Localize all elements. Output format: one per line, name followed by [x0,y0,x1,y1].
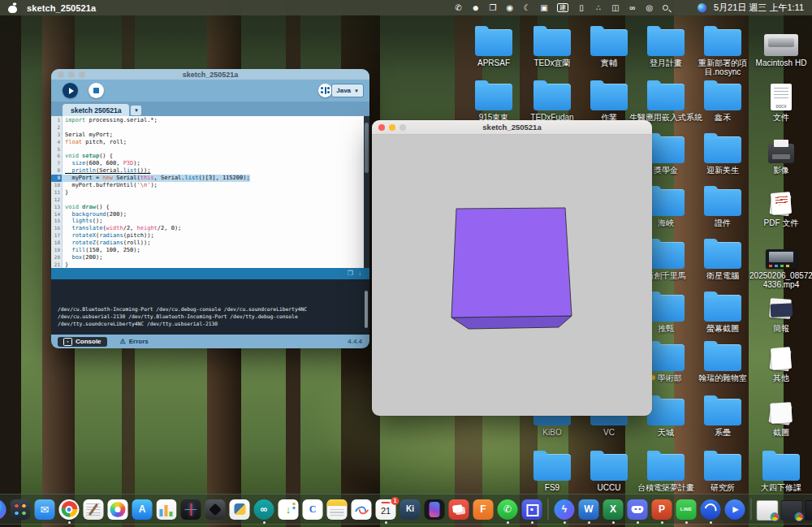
display-icon[interactable]: ◫ [611,4,620,12]
code-line[interactable]: 11} [51,189,364,197]
handoff-icon[interactable]: ∞ [628,4,637,12]
ide-titlebar[interactable]: sketch_250521a [51,69,369,80]
console-scrollbar-thumb[interactable] [365,291,368,328]
dock-mail-icon[interactable]: ✉ [34,495,56,524]
dock-notes-icon[interactable] [326,495,348,524]
mode-selector[interactable]: Java ▼ [331,84,364,97]
record-status-icon[interactable]: ◉ [506,4,514,12]
dock-media-player-icon[interactable]: ▶ [724,495,746,524]
dock-excel-icon[interactable]: X [603,495,624,524]
search-icon[interactable] [663,5,671,11]
apple-menu-icon[interactable] [8,2,17,13]
video-mp4[interactable]: 20250206_085724336.mp4 [745,240,812,289]
code-line[interactable]: 18 rotateZ(radians(roll)); [51,240,364,247]
chat-dark-icon[interactable]: ☻ [471,4,480,12]
dock-launchpad-icon[interactable] [10,495,32,524]
clear-output-icon[interactable]: ↓ [358,270,361,277]
dock-spiral-app-icon[interactable] [521,495,543,524]
code-editor[interactable]: 1import processing.serial.*;23Serial myP… [51,116,369,268]
code-line[interactable]: 16 translate(width/2, height/2, 0); [51,225,364,232]
code-line[interactable]: 7 size(600, 600, P3D); [51,160,364,167]
dock-python-editor-icon[interactable] [229,495,251,524]
code-line[interactable]: 15 lights(); [51,218,364,225]
windows-stack-icon[interactable]: ❐ [489,4,497,12]
code-line[interactable]: 1import processing.serial.*; [51,117,364,124]
code-line[interactable]: 3Serial myPort; [51,132,364,139]
dock-window-thumb-dark-icon[interactable] [781,495,803,524]
dock-word-icon[interactable]: W [578,495,600,524]
shots-jietu[interactable]: 截圖 [745,396,812,437]
dock-swirl-app-icon[interactable] [700,495,722,524]
code-line[interactable]: 10 myPort.bufferUntil('\n'); [51,182,364,189]
ime-icon[interactable]: 建 [557,3,568,12]
code-line[interactable]: 2 [51,124,364,132]
editor-scrollbar[interactable] [364,116,369,268]
control-center-icon[interactable] [680,5,689,11]
folder-senior-courses[interactable]: 大四下修課 [745,451,812,492]
drive-macintosh-hd[interactable]: Macintosh HD [745,27,812,67]
dock-flashcards-app-icon[interactable] [448,495,470,524]
processing-ide-window[interactable]: sketch_250521a Java ▼ sketch 250521a ▼ 1… [51,69,369,348]
dock-kicad-icon[interactable]: Ki [400,495,421,524]
dock-siri-icon[interactable] [0,495,7,524]
dock-messenger-icon[interactable]: ϟ [554,495,576,524]
dock-window-thumb-light-icon[interactable] [757,495,779,524]
code-line[interactable]: 17 rotateX(radians(pitch)); [51,232,364,240]
editor-scrollbar-thumb[interactable] [365,123,369,173]
copy-output-icon[interactable]: ❐ [348,270,353,277]
code-line[interactable]: 19 fill(150, 100, 250); [51,247,364,254]
tab-sketch[interactable]: sketch 250521a [63,104,129,116]
dock-photos-icon[interactable] [107,495,129,524]
console-panel[interactable]: /dev/cu.Bluetooth-Incoming-Port /dev/cu.… [51,279,369,335]
code-line[interactable]: 8 println(Serial.list()); [51,167,364,175]
sketch-output-window[interactable]: sketch_250521a [372,120,652,416]
dock-discord-icon[interactable] [627,495,649,524]
stats-icon[interactable]: ∴ [594,4,603,12]
code-line[interactable]: 9 myPort = new Serial(this, Serial.list(… [51,175,364,182]
code-line[interactable]: 12 [51,197,364,204]
dock-c-app-icon[interactable]: C [302,495,324,524]
code-line[interactable]: 14 background(200); [51,211,364,218]
dock-whatsapp-icon[interactable]: ✆ [497,495,519,524]
dock-window-thumb-processing-icon[interactable] [806,495,812,524]
dock-numbers-icon[interactable] [156,495,178,524]
account-icon[interactable]: ◎ [646,4,654,12]
pdf-files[interactable]: PDF 文件 [745,187,812,227]
dock-powerpoint-icon[interactable]: P [651,495,673,524]
dock-wave-app-icon[interactable] [351,495,373,524]
stop-button[interactable] [89,83,104,98]
code-line[interactable]: 21} [51,261,364,268]
code-line[interactable]: 13void draw() { [51,204,364,211]
dock-iphone-mirroring-icon[interactable] [424,495,446,524]
dock-calendar-icon[interactable]: 211 [375,495,397,524]
printer-images[interactable]: 影像 [745,134,812,175]
dock-inkscape-icon[interactable] [205,495,227,524]
tab-console[interactable]: › Console [58,337,107,347]
code-line[interactable]: 20 box(200); [51,254,364,261]
pages-other[interactable]: 其他 [745,342,812,382]
dock-chrome-icon[interactable] [58,495,80,524]
dock-f-pub-app-icon[interactable]: F [473,495,495,524]
code-line[interactable]: 4float pitch, roll; [51,139,364,146]
dock-line-icon[interactable]: LINE [676,495,698,524]
run-button[interactable] [63,83,78,98]
debug-button[interactable] [318,84,332,97]
menubar-clock[interactable]: 5月21日 週三 上午1:11 [714,2,804,14]
slides-jianbao[interactable]: 簡報 [745,292,812,333]
line-chat-icon[interactable]: ✆ [454,4,462,12]
doc-wenjian[interactable]: 文件 [745,81,812,122]
code-line[interactable]: 5 [51,146,364,153]
battery-icon[interactable]: ▯ [577,4,585,12]
dock-app-store-icon[interactable]: A [132,495,153,524]
tab-menu-button[interactable]: ▼ [131,106,141,115]
sketch-titlebar[interactable]: sketch_250521a [372,120,652,135]
tab-errors[interactable]: ⚠ Errors [120,338,149,345]
screen-mirror-icon[interactable]: ▣ [540,4,548,12]
siri-icon[interactable] [698,3,706,12]
dock-arduino-icon[interactable]: ∞ [253,495,275,524]
active-app-name[interactable]: sketch_250521a [27,3,96,13]
dock-downloader-icon[interactable]: ↓ [278,495,300,524]
focus-moon-icon[interactable]: ☾ [523,4,531,12]
dock-audacity-icon[interactable] [180,495,202,524]
dock-textedit-icon[interactable] [83,495,105,524]
